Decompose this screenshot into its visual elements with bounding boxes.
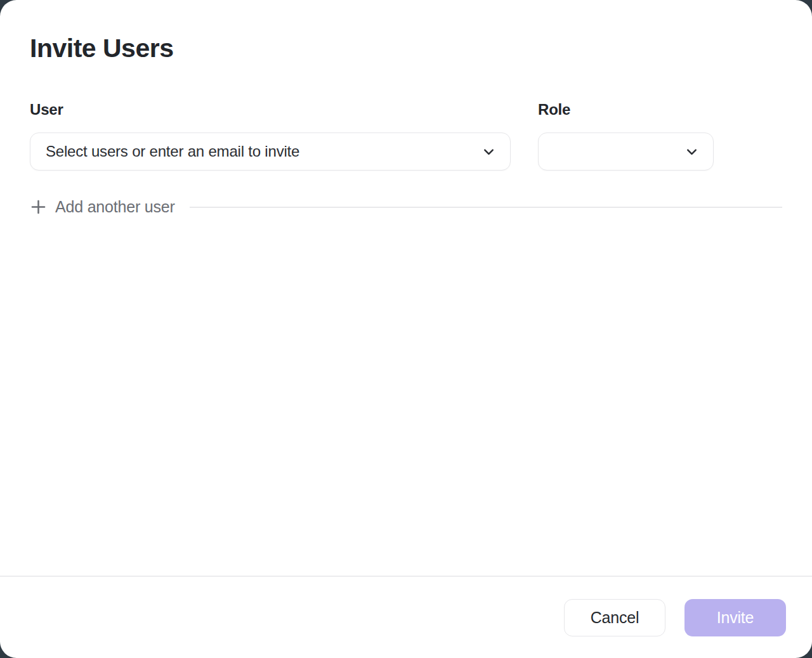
dialog-content: Invite Users User Select users or enter … — [0, 0, 812, 576]
add-row-divider — [190, 207, 782, 208]
role-select[interactable] — [538, 132, 714, 171]
dialog-footer: Cancel Invite — [0, 576, 812, 658]
chevron-down-icon — [684, 145, 699, 159]
add-another-user-label: Add another user — [55, 198, 175, 216]
add-another-user-button[interactable]: Add another user — [30, 198, 175, 216]
user-select-placeholder: Select users or enter an email to invite — [46, 143, 481, 160]
dialog-title: Invite Users — [30, 33, 782, 64]
user-select[interactable]: Select users or enter an email to invite — [30, 132, 511, 171]
invite-button[interactable]: Invite — [684, 599, 786, 636]
invite-users-dialog: Invite Users User Select users or enter … — [0, 0, 812, 658]
add-another-user-row: Add another user — [30, 198, 782, 216]
plus-icon — [30, 198, 47, 216]
user-field-label: User — [30, 101, 511, 119]
chevron-down-icon — [481, 145, 496, 159]
user-field-group: User Select users or enter an email to i… — [30, 101, 511, 171]
dialog-body-spacer — [30, 216, 782, 576]
invite-form-row: User Select users or enter an email to i… — [30, 101, 782, 171]
cancel-button[interactable]: Cancel — [564, 599, 665, 636]
role-field-label: Role — [538, 101, 714, 119]
role-field-group: Role — [538, 101, 714, 171]
